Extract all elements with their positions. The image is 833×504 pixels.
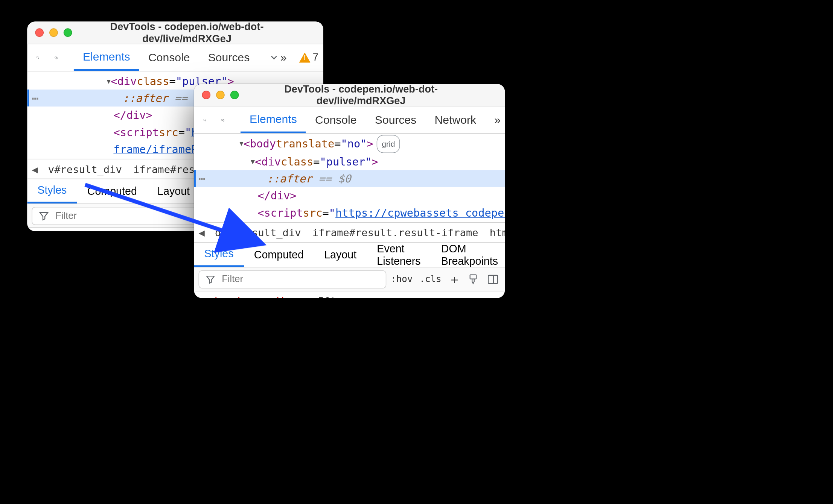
crumb[interactable]: div#result_div [209,226,307,238]
devtools-window-front: DevTools - codepen.io/web-dot-dev/live/m… [194,84,505,298]
traffic-lights [35,28,72,37]
minimize-dot[interactable] [49,28,58,37]
styles-panel-tabs: Styles Computed Layout Event Listeners D… [194,243,505,267]
crumb[interactable]: v#result_div [43,163,128,175]
device-toggle-icon[interactable] [217,114,229,126]
devtools-toolbar: Elements Console Sources Network » 6 5 [194,106,505,134]
tab-elements[interactable]: Elements [74,44,139,71]
ellipsis-icon[interactable]: ⋯ [198,170,206,187]
tab-sources[interactable]: Sources [366,106,426,133]
tab-console[interactable]: Console [306,106,366,133]
filter-input-wrap[interactable] [198,270,386,288]
minimize-dot[interactable] [216,91,225,99]
inspect-icon[interactable] [32,51,44,64]
paint-brush-icon[interactable] [468,273,480,285]
new-rule-icon[interactable]: ＋ [448,273,461,285]
inspect-icon[interactable] [198,114,211,126]
warnings-count: 7 [313,52,318,64]
computed-panel-icon[interactable] [487,273,499,285]
crumb[interactable]: iframe#result.result-iframe [307,226,484,238]
traffic-lights [202,91,239,99]
dom-after-pseudo[interactable]: ::after [266,170,312,187]
dom-tree[interactable]: ▼<body translate="no">grid ▼<div class="… [194,134,505,222]
tab-elements[interactable]: Elements [241,106,306,133]
window-title: DevTools - codepen.io/web-dot-dev/live/m… [248,84,497,107]
svg-rect-14 [470,275,477,279]
tab-sources[interactable]: Sources [199,44,259,71]
panel-tab-layout[interactable]: Layout [314,243,367,267]
filter-input[interactable] [221,273,380,285]
styles-filter-bar: :hov .cls ＋ [194,267,505,291]
crumb-prev[interactable]: ◀ [27,163,42,175]
ellipsis-icon[interactable]: ⋯ [32,90,39,106]
titlebar: DevTools - codepen.io/web-dot-dev/live/m… [27,21,323,44]
panel-tab-listeners[interactable]: Event Listeners [367,243,431,267]
styles-rules[interactable]: border-radius: 50%; z-index: -1; } mdRXG… [194,291,505,298]
tab-network[interactable]: Network [425,106,485,133]
filter-icon [205,273,216,285]
panel-tab-styles[interactable]: Styles [27,179,77,203]
expand-caret-icon[interactable] [312,295,318,298]
svg-rect-2 [56,57,58,59]
warnings-badge[interactable]: 7 [296,52,322,64]
panel-tab-computed[interactable]: Computed [244,243,314,267]
svg-rect-9 [223,120,224,121]
prop-name[interactable]: border-radius [215,295,299,298]
dom-after-pseudo[interactable]: ::after [123,90,168,106]
breadcrumbs[interactable]: ◀ div#result_div iframe#result.result-if… [194,222,505,243]
svg-rect-15 [488,275,498,283]
device-toggle-icon[interactable] [50,51,62,64]
devtools-toolbar: Elements Console Sources » 7 5 [27,44,323,71]
cls-toggle[interactable]: .cls [419,274,441,285]
warning-icon [299,52,311,62]
tab-console[interactable]: Console [139,44,199,71]
tabs-overflow[interactable]: » [485,106,505,133]
grid-badge[interactable]: grid [377,135,400,153]
prop-value[interactable]: 50% [318,295,337,298]
attr-value: "no" [341,135,367,153]
crumb[interactable]: html [484,226,505,238]
close-dot[interactable] [202,91,210,99]
close-dot[interactable] [35,28,44,37]
titlebar: DevTools - codepen.io/web-dot-dev/live/m… [194,84,505,106]
panel-tab-styles[interactable]: Styles [194,243,244,267]
panel-tab-layout[interactable]: Layout [147,179,200,203]
zoom-dot[interactable] [230,91,239,99]
tabs-overflow[interactable]: » [259,44,295,71]
attr-name: translate [276,135,334,153]
crumb-prev[interactable]: ◀ [194,226,209,238]
panel-tab-dom-breakpoints[interactable]: DOM Breakpoints [431,243,505,267]
filter-icon [38,209,50,222]
zoom-dot[interactable] [64,28,72,37]
panel-tab-computed[interactable]: Computed [77,179,147,203]
window-title: DevTools - codepen.io/web-dot-dev/live/m… [81,21,315,44]
hov-toggle[interactable]: :hov [391,274,413,285]
